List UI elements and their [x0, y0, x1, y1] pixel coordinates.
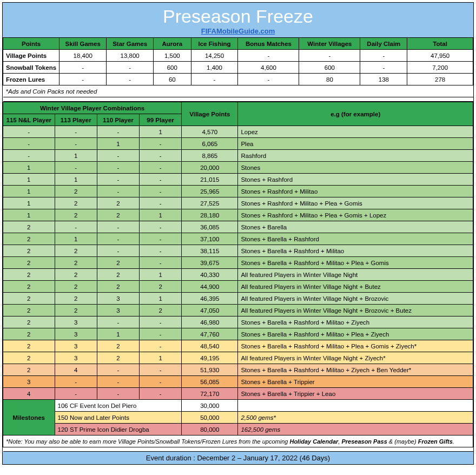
cell: - — [139, 138, 181, 150]
cell: 3 — [97, 293, 139, 305]
cell: - — [55, 162, 97, 174]
milestone-points: 50,000 — [182, 412, 238, 424]
cell: 2 — [3, 352, 55, 364]
combo-row: 23--46,980Stones + Barella + Rashford + … — [3, 316, 473, 328]
cell: 2 — [97, 340, 139, 352]
combo-row: 232-48,540Stones + Barella + Rashford + … — [3, 340, 473, 352]
combo-row: 223146,395All featured Players in Winter… — [3, 293, 473, 305]
cell: 2 — [3, 364, 55, 376]
cell: - — [3, 138, 55, 150]
cell: 1 — [3, 174, 55, 186]
cell: - — [139, 376, 181, 388]
cell: 48,540 — [182, 340, 238, 352]
combo-row: 12--25,965Stones + Rashford + Militao — [3, 186, 473, 197]
cell: - — [139, 233, 181, 245]
cell: - — [55, 138, 97, 150]
row-label: Frozen Lures — [3, 74, 60, 85]
cell: 47,050 — [182, 305, 238, 316]
cell: 80 — [299, 74, 360, 85]
cell: 46,395 — [182, 293, 238, 305]
cell: 1 — [3, 162, 55, 174]
cell: - — [60, 74, 107, 85]
milestone-note: 2,500 gems* — [238, 412, 473, 424]
example-cell: Stones + Rashford + Militao — [238, 186, 473, 197]
example-cell: Stones + Barella + Rashford + Militao + … — [238, 340, 473, 352]
example-cell: Stones + Barella + Rashford + Militao — [238, 245, 473, 257]
cell: - — [107, 74, 154, 85]
col-star: Star Games — [107, 38, 154, 50]
cell: - — [97, 388, 139, 400]
combo-row: 222140,330All featured Players in Winter… — [3, 269, 473, 281]
cell: 14,250 — [191, 50, 238, 62]
example-cell: All featured Players in Winter Village N… — [238, 269, 473, 281]
cell: 2 — [55, 293, 97, 305]
cell: 3 — [55, 328, 97, 340]
cell: - — [139, 174, 181, 186]
cell: 1,400 — [191, 62, 238, 74]
milestone-points: 30,000 — [182, 400, 238, 412]
cell: 27,525 — [182, 197, 238, 209]
cell: 2 — [55, 257, 97, 269]
cell: 51,930 — [182, 364, 238, 376]
col-total: Total — [407, 38, 473, 50]
example-cell: All featured Players in Winter Village N… — [238, 293, 473, 305]
example-cell: Stones + Barella — [238, 221, 473, 233]
col-winter: Winter Villages — [299, 38, 360, 50]
cell: - — [97, 162, 139, 174]
cell: 278 — [407, 74, 473, 85]
cell: - — [55, 126, 97, 138]
cell: 1 — [55, 174, 97, 186]
example-cell: Stones + Rashford + Militao + Plea + Gom… — [238, 197, 473, 209]
cell: - — [139, 150, 181, 162]
cell: - — [55, 388, 97, 400]
cell: - — [55, 221, 97, 233]
cell: - — [97, 221, 139, 233]
col-bonus: Bonus Matches — [238, 38, 299, 50]
cell: 2 — [55, 209, 97, 221]
cell: 2 — [3, 221, 55, 233]
example-cell: Stones + Barella + Trippier + Leao — [238, 388, 473, 400]
cell: 2 — [3, 245, 55, 257]
cell: - — [139, 186, 181, 197]
example-cell: All featured Players in Winter Village N… — [238, 352, 473, 364]
cell: 2 — [55, 269, 97, 281]
cell: 25,965 — [182, 186, 238, 197]
cell: 2 — [97, 281, 139, 293]
combo-row: -1--8,865Rashford — [3, 150, 473, 162]
note-b2: Preseason Pass — [341, 438, 387, 445]
cell: 2 — [97, 352, 139, 364]
combos-table: Winter Village Player Combinations Villa… — [3, 102, 473, 452]
col-aurora: Aurora — [154, 38, 191, 50]
cell: 2 — [139, 305, 181, 316]
cell: - — [97, 174, 139, 186]
combo-row: 11--21,015Stones + Rashford — [3, 174, 473, 186]
cell: 1 — [139, 293, 181, 305]
document-container: Preseason Freeze FIFAMobileGuide.com Poi… — [2, 2, 474, 465]
cell: 2 — [55, 245, 97, 257]
points-table: Points Skill Games Star Games Aurora Ice… — [3, 37, 473, 102]
combo-row: 21--37,100Stones + Barella + Rashford — [3, 233, 473, 245]
title-bar: Preseason Freeze FIFAMobileGuide.com — [3, 3, 473, 37]
cell: 6,065 — [182, 138, 238, 150]
cell: 2 — [3, 316, 55, 328]
cell: 3 — [97, 305, 139, 316]
cell: - — [139, 364, 181, 376]
cell: 1 — [139, 269, 181, 281]
cell: 2 — [3, 269, 55, 281]
example-cell: Lopez — [238, 126, 473, 138]
example-cell: All featured Players in Winter Village N… — [238, 305, 473, 316]
cell: 3 — [55, 352, 97, 364]
cell: 2 — [55, 281, 97, 293]
cell: 38,115 — [182, 245, 238, 257]
cell: - — [139, 197, 181, 209]
source-link[interactable]: FIFAMobileGuide.com — [201, 27, 275, 35]
cell: 1 — [139, 209, 181, 221]
cell: 46,980 — [182, 316, 238, 328]
combo-row: 222244,900All featured Players in Winter… — [3, 281, 473, 293]
cell: 1 — [3, 186, 55, 197]
col-115: 115 N&L Player — [3, 114, 55, 126]
cell: 1 — [139, 352, 181, 364]
cell: 2 — [3, 305, 55, 316]
cell: 47,950 — [407, 50, 473, 62]
cell: - — [107, 62, 154, 74]
